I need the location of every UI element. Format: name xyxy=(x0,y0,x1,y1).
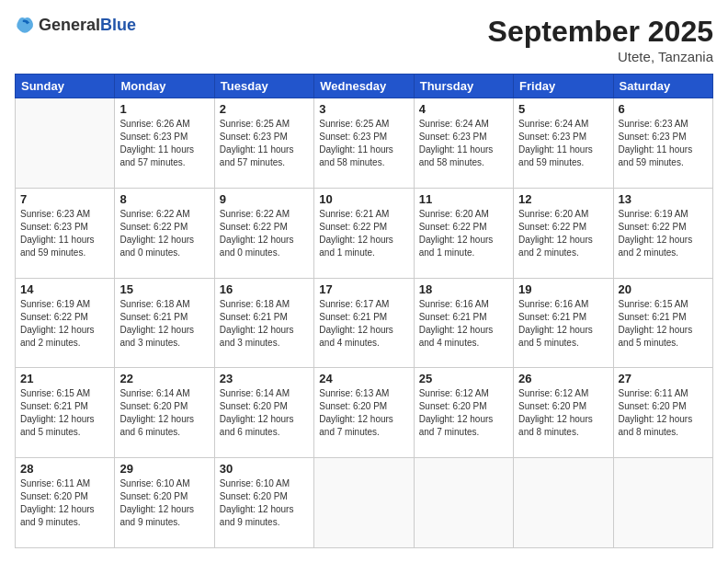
day-info: Sunrise: 6:25 AM Sunset: 6:23 PM Dayligh… xyxy=(220,118,309,169)
table-row xyxy=(613,458,712,548)
col-wednesday: Wednesday xyxy=(314,75,414,98)
logo: GeneralBlue xyxy=(15,15,136,35)
table-row: 3Sunrise: 6:25 AM Sunset: 6:23 PM Daylig… xyxy=(314,98,414,189)
table-row: 14Sunrise: 6:19 AM Sunset: 6:22 PM Dayli… xyxy=(16,278,115,368)
day-info: Sunrise: 6:20 AM Sunset: 6:22 PM Dayligh… xyxy=(419,208,508,259)
table-row: 15Sunrise: 6:18 AM Sunset: 6:21 PM Dayli… xyxy=(115,278,214,368)
table-row: 30Sunrise: 6:10 AM Sunset: 6:20 PM Dayli… xyxy=(214,458,313,548)
day-info: Sunrise: 6:22 AM Sunset: 6:22 PM Dayligh… xyxy=(119,208,209,259)
day-number: 25 xyxy=(419,372,508,385)
calendar-header-row: Sunday Monday Tuesday Wednesday Thursday… xyxy=(16,75,713,98)
table-row: 9Sunrise: 6:22 AM Sunset: 6:22 PM Daylig… xyxy=(214,188,313,278)
table-row: 21Sunrise: 6:15 AM Sunset: 6:21 PM Dayli… xyxy=(16,368,115,458)
table-row: 7Sunrise: 6:23 AM Sunset: 6:23 PM Daylig… xyxy=(16,188,115,278)
day-number: 14 xyxy=(20,282,109,296)
day-info: Sunrise: 6:15 AM Sunset: 6:21 PM Dayligh… xyxy=(619,298,708,350)
day-number: 22 xyxy=(119,372,209,385)
day-number: 20 xyxy=(619,282,708,296)
day-number: 6 xyxy=(619,102,708,116)
col-thursday: Thursday xyxy=(414,75,513,98)
day-info: Sunrise: 6:22 AM Sunset: 6:22 PM Dayligh… xyxy=(220,208,309,259)
day-info: Sunrise: 6:12 AM Sunset: 6:20 PM Dayligh… xyxy=(419,387,508,439)
page: GeneralBlue September 2025 Utete, Tanzan… xyxy=(0,0,728,563)
day-info: Sunrise: 6:21 AM Sunset: 6:22 PM Dayligh… xyxy=(319,208,408,259)
table-row: 12Sunrise: 6:20 AM Sunset: 6:22 PM Dayli… xyxy=(514,188,613,278)
table-row: 19Sunrise: 6:16 AM Sunset: 6:21 PM Dayli… xyxy=(514,278,613,368)
calendar-row-0: 1Sunrise: 6:26 AM Sunset: 6:23 PM Daylig… xyxy=(16,98,713,189)
col-tuesday: Tuesday xyxy=(214,75,313,98)
day-number: 10 xyxy=(319,192,408,206)
day-number: 27 xyxy=(619,372,708,385)
day-info: Sunrise: 6:24 AM Sunset: 6:23 PM Dayligh… xyxy=(419,118,508,169)
day-info: Sunrise: 6:19 AM Sunset: 6:22 PM Dayligh… xyxy=(20,298,109,350)
table-row: 1Sunrise: 6:26 AM Sunset: 6:23 PM Daylig… xyxy=(115,98,214,189)
day-info: Sunrise: 6:26 AM Sunset: 6:23 PM Dayligh… xyxy=(119,118,209,169)
table-row xyxy=(414,458,513,548)
table-row: 26Sunrise: 6:12 AM Sunset: 6:20 PM Dayli… xyxy=(514,368,613,458)
day-info: Sunrise: 6:11 AM Sunset: 6:20 PM Dayligh… xyxy=(619,387,708,439)
day-number: 7 xyxy=(20,192,109,206)
table-row: 4Sunrise: 6:24 AM Sunset: 6:23 PM Daylig… xyxy=(414,98,513,189)
table-row xyxy=(514,458,613,548)
day-info: Sunrise: 6:18 AM Sunset: 6:21 PM Dayligh… xyxy=(220,298,309,350)
table-row: 5Sunrise: 6:24 AM Sunset: 6:23 PM Daylig… xyxy=(514,98,613,189)
table-row: 6Sunrise: 6:23 AM Sunset: 6:23 PM Daylig… xyxy=(613,98,712,189)
day-info: Sunrise: 6:10 AM Sunset: 6:20 PM Dayligh… xyxy=(119,477,209,529)
month-title: September 2025 xyxy=(488,15,713,49)
day-info: Sunrise: 6:23 AM Sunset: 6:23 PM Dayligh… xyxy=(619,118,708,169)
day-info: Sunrise: 6:12 AM Sunset: 6:20 PM Dayligh… xyxy=(518,387,608,439)
day-number: 2 xyxy=(220,102,309,116)
day-number: 21 xyxy=(20,372,109,385)
day-number: 23 xyxy=(220,372,309,385)
table-row: 16Sunrise: 6:18 AM Sunset: 6:21 PM Dayli… xyxy=(214,278,313,368)
table-row: 18Sunrise: 6:16 AM Sunset: 6:21 PM Dayli… xyxy=(414,278,513,368)
table-row xyxy=(16,98,115,189)
day-number: 4 xyxy=(419,102,508,116)
day-number: 29 xyxy=(119,462,209,476)
col-friday: Friday xyxy=(514,75,613,98)
table-row: 22Sunrise: 6:14 AM Sunset: 6:20 PM Dayli… xyxy=(115,368,214,458)
day-number: 5 xyxy=(518,102,608,116)
day-info: Sunrise: 6:25 AM Sunset: 6:23 PM Dayligh… xyxy=(319,118,408,169)
logo-general: General xyxy=(39,16,100,34)
table-row: 2Sunrise: 6:25 AM Sunset: 6:23 PM Daylig… xyxy=(214,98,313,189)
day-number: 3 xyxy=(319,102,408,116)
day-number: 1 xyxy=(119,102,209,116)
logo-text: GeneralBlue xyxy=(39,16,136,35)
day-info: Sunrise: 6:11 AM Sunset: 6:20 PM Dayligh… xyxy=(20,477,109,529)
table-row: 29Sunrise: 6:10 AM Sunset: 6:20 PM Dayli… xyxy=(115,458,214,548)
day-info: Sunrise: 6:16 AM Sunset: 6:21 PM Dayligh… xyxy=(518,298,608,350)
table-row: 20Sunrise: 6:15 AM Sunset: 6:21 PM Dayli… xyxy=(613,278,712,368)
day-info: Sunrise: 6:14 AM Sunset: 6:20 PM Dayligh… xyxy=(119,387,209,439)
table-row: 17Sunrise: 6:17 AM Sunset: 6:21 PM Dayli… xyxy=(314,278,414,368)
day-info: Sunrise: 6:13 AM Sunset: 6:20 PM Dayligh… xyxy=(319,387,408,439)
day-info: Sunrise: 6:24 AM Sunset: 6:23 PM Dayligh… xyxy=(518,118,608,169)
location: Utete, Tanzania xyxy=(488,49,713,64)
col-sunday: Sunday xyxy=(16,75,115,98)
table-row: 27Sunrise: 6:11 AM Sunset: 6:20 PM Dayli… xyxy=(613,368,712,458)
day-number: 15 xyxy=(119,282,209,296)
day-info: Sunrise: 6:19 AM Sunset: 6:22 PM Dayligh… xyxy=(619,208,708,259)
day-info: Sunrise: 6:20 AM Sunset: 6:22 PM Dayligh… xyxy=(518,208,608,259)
table-row: 10Sunrise: 6:21 AM Sunset: 6:22 PM Dayli… xyxy=(314,188,414,278)
calendar-row-3: 21Sunrise: 6:15 AM Sunset: 6:21 PM Dayli… xyxy=(16,368,713,458)
table-row: 23Sunrise: 6:14 AM Sunset: 6:20 PM Dayli… xyxy=(214,368,313,458)
day-number: 16 xyxy=(220,282,309,296)
day-info: Sunrise: 6:15 AM Sunset: 6:21 PM Dayligh… xyxy=(20,387,109,439)
day-info: Sunrise: 6:23 AM Sunset: 6:23 PM Dayligh… xyxy=(20,208,109,259)
table-row: 11Sunrise: 6:20 AM Sunset: 6:22 PM Dayli… xyxy=(414,188,513,278)
calendar-row-1: 7Sunrise: 6:23 AM Sunset: 6:23 PM Daylig… xyxy=(16,188,713,278)
day-info: Sunrise: 6:16 AM Sunset: 6:21 PM Dayligh… xyxy=(419,298,508,350)
day-info: Sunrise: 6:10 AM Sunset: 6:20 PM Dayligh… xyxy=(220,477,309,529)
day-info: Sunrise: 6:18 AM Sunset: 6:21 PM Dayligh… xyxy=(119,298,209,350)
day-number: 9 xyxy=(220,192,309,206)
day-number: 18 xyxy=(419,282,508,296)
day-number: 8 xyxy=(119,192,209,206)
calendar-table: Sunday Monday Tuesday Wednesday Thursday… xyxy=(15,74,713,548)
title-block: September 2025 Utete, Tanzania xyxy=(488,15,713,64)
day-number: 17 xyxy=(319,282,408,296)
logo-blue: Blue xyxy=(100,16,136,34)
day-info: Sunrise: 6:14 AM Sunset: 6:20 PM Dayligh… xyxy=(220,387,309,439)
day-number: 24 xyxy=(319,372,408,385)
calendar-row-2: 14Sunrise: 6:19 AM Sunset: 6:22 PM Dayli… xyxy=(16,278,713,368)
